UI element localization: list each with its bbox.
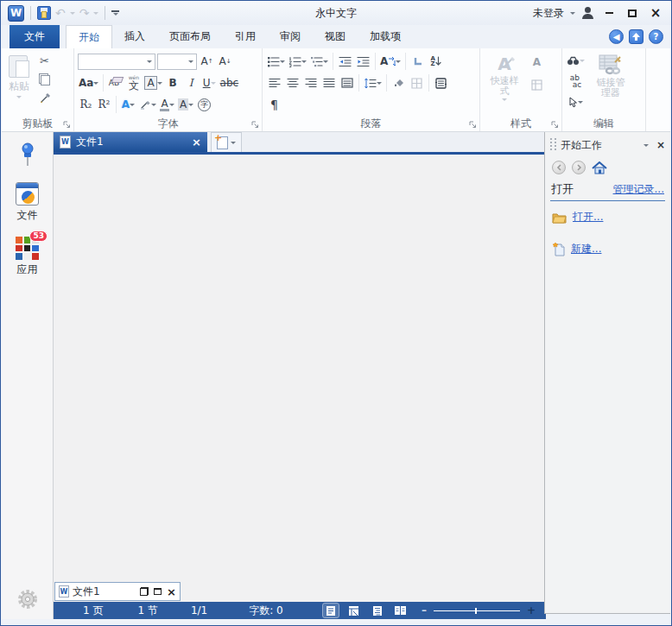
back-icon[interactable]: ◀ (609, 29, 624, 44)
tab-home[interactable]: 开始 (66, 25, 112, 48)
save-icon[interactable] (37, 6, 51, 20)
open-file-link[interactable]: 打开... (573, 210, 603, 224)
outline-view-button[interactable] (370, 604, 385, 617)
child-window-bar[interactable]: W 文件1 × (54, 582, 181, 601)
tab-addins[interactable]: 加载项 (358, 25, 413, 48)
page-count[interactable]: 1 页 (83, 604, 103, 618)
child-restore-icon[interactable] (140, 587, 149, 596)
style-inspector-button[interactable]: A (529, 54, 545, 71)
grow-font-button[interactable]: A↑ (199, 53, 215, 70)
subscript-button[interactable]: R₂ (78, 96, 94, 113)
zoom-out-button[interactable]: – (422, 604, 427, 617)
highlight-color-button[interactable] (138, 96, 157, 113)
font-name-combo[interactable] (78, 54, 155, 70)
pane-grip-handle[interactable] (550, 138, 556, 152)
sidebar-item-apps[interactable]: 53 应用 (16, 237, 39, 277)
maximize-button[interactable] (624, 6, 641, 20)
tab-review[interactable]: 审阅 (268, 25, 313, 48)
clear-formatting-button[interactable]: AB (107, 74, 124, 92)
format-painter-button[interactable] (36, 90, 53, 107)
pane-home-button[interactable] (592, 161, 607, 174)
font-dialog-launcher-icon[interactable] (251, 121, 259, 129)
read-view-button[interactable] (393, 604, 409, 617)
shrink-font-button[interactable]: A↓ (217, 53, 233, 70)
collapse-ribbon-icon[interactable] (629, 29, 643, 44)
line-spacing-button[interactable] (363, 74, 383, 92)
child-close-icon[interactable]: × (167, 586, 176, 598)
superscript-button[interactable]: R² (96, 96, 112, 113)
underline-button[interactable]: U (201, 74, 218, 92)
redo-dropdown-caret[interactable] (93, 12, 98, 15)
show-marks-button[interactable]: ¶ (266, 96, 282, 113)
select-button[interactable] (566, 93, 586, 111)
open-file-row[interactable]: 打开... (552, 210, 665, 224)
section-count[interactable]: 1 节 (137, 604, 157, 618)
change-case-button[interactable]: Aa (78, 74, 99, 92)
link-manager-button[interactable]: 链接管理器 (590, 52, 631, 111)
account-label[interactable]: 未登录 (533, 6, 564, 21)
tab-insert[interactable]: 插入 (112, 25, 157, 48)
decrease-indent-button[interactable] (337, 53, 353, 70)
text-effects-button[interactable]: A (120, 96, 136, 113)
new-document-button[interactable] (211, 132, 242, 152)
tab-view[interactable]: 视图 (313, 25, 358, 48)
undo-icon[interactable]: ↶ (55, 7, 66, 19)
paragraph-dialog-launcher-icon[interactable] (469, 121, 477, 129)
justify-button[interactable] (320, 74, 337, 92)
increase-indent-button[interactable] (355, 53, 371, 70)
multilevel-list-button[interactable] (309, 53, 329, 70)
quick-styles-button[interactable]: A 快速样式 (484, 52, 525, 103)
tab-references[interactable]: 引用 (223, 25, 268, 48)
enclose-character-button[interactable]: 字 (196, 96, 212, 113)
tab-page-layout[interactable]: 页面布局 (157, 25, 223, 48)
document-tab-close-icon[interactable]: × (192, 136, 201, 149)
zoom-slider[interactable] (434, 610, 520, 611)
borders-button[interactable] (409, 74, 425, 92)
page-position[interactable]: 1/1 (191, 604, 207, 617)
web-layout-view-button[interactable] (346, 604, 362, 617)
align-left-button[interactable] (266, 74, 282, 92)
document-tab[interactable]: W 文件1 × (54, 132, 207, 152)
character-border-button[interactable]: A (143, 74, 162, 92)
redo-icon[interactable]: ↷ (79, 7, 90, 19)
align-center-button[interactable] (284, 74, 301, 92)
sidebar-item-file[interactable]: 文件 (16, 182, 39, 223)
clipboard-dialog-launcher-icon[interactable] (63, 121, 71, 129)
settings-button[interactable] (16, 588, 39, 610)
zoom-slider-thumb[interactable] (475, 608, 477, 614)
account-dropdown-caret[interactable] (570, 12, 575, 15)
numbered-list-button[interactable] (288, 53, 307, 70)
minimize-button[interactable] (600, 6, 618, 20)
bullet-list-button[interactable] (266, 53, 286, 70)
new-file-row[interactable]: 新建... (552, 242, 665, 256)
font-size-combo[interactable] (157, 54, 197, 70)
child-maximize-icon[interactable] (154, 588, 162, 595)
asian-layout-button[interactable]: A (379, 53, 402, 70)
new-file-link[interactable]: 新建... (571, 242, 601, 256)
document-area[interactable]: W 文件1 × (54, 155, 546, 602)
pane-back-button[interactable] (552, 161, 566, 174)
undo-dropdown-caret[interactable] (70, 12, 75, 15)
manage-records-link[interactable]: 管理记录... (613, 182, 664, 197)
align-right-button[interactable] (302, 74, 319, 92)
bold-button[interactable]: B (165, 74, 181, 92)
app-logo-icon[interactable]: W (8, 5, 24, 22)
tab-stop-button[interactable] (409, 53, 426, 70)
strikethrough-button[interactable]: abc (219, 74, 240, 92)
change-styles-button[interactable] (529, 76, 545, 93)
close-button[interactable]: × (647, 6, 664, 20)
character-shading-button[interactable]: A (177, 96, 194, 113)
print-layout-view-button[interactable] (323, 604, 339, 617)
word-count[interactable]: 字数: 0 (249, 604, 283, 618)
cut-button[interactable]: ✂ (36, 52, 53, 69)
shading-button[interactable] (390, 74, 407, 92)
tab-file[interactable]: 文件 (10, 25, 60, 48)
font-color-button[interactable]: A (159, 96, 175, 113)
pane-forward-button[interactable] (572, 161, 586, 174)
phonetic-guide-button[interactable]: wén文 (125, 74, 142, 92)
italic-button[interactable]: I (183, 74, 200, 92)
find-button[interactable] (566, 52, 586, 69)
user-avatar-icon[interactable] (581, 7, 594, 19)
help-icon[interactable]: ? (649, 29, 663, 44)
customize-qat-button[interactable] (111, 10, 119, 16)
